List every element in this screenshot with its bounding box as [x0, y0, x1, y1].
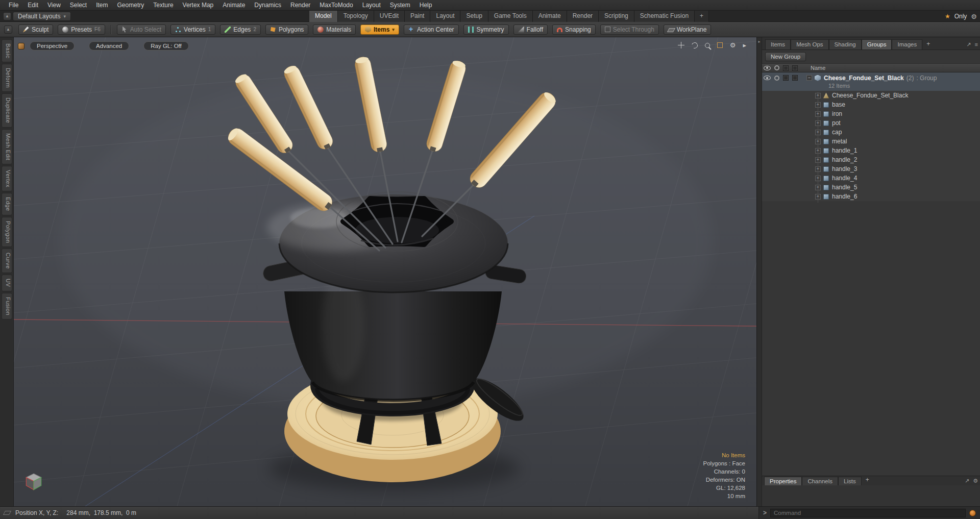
tab-topology[interactable]: Topology: [338, 11, 374, 22]
action-center-button[interactable]: Action Center: [404, 24, 459, 35]
tree-row-handle-1[interactable]: + handle_1: [762, 146, 980, 155]
tree-row-pot[interactable]: + pot: [762, 118, 980, 128]
tool-tab-basic[interactable]: Basic: [2, 39, 12, 62]
command-input[interactable]: [770, 509, 966, 517]
new-group-button[interactable]: New Group: [765, 52, 806, 61]
tab-paint[interactable]: Paint: [405, 11, 430, 22]
gear-icon[interactable]: ⚙: [971, 13, 977, 20]
checkbox-2[interactable]: [792, 75, 798, 81]
viewport-options-icon[interactable]: [18, 43, 24, 50]
tool-tab-fusion[interactable]: Fusion: [2, 293, 12, 319]
tab-model[interactable]: Model: [309, 11, 338, 22]
tab-render[interactable]: Render: [567, 11, 599, 22]
symmetry-button[interactable]: Symmetry: [463, 24, 509, 35]
tab-items[interactable]: Items: [765, 39, 791, 50]
sculpt-button[interactable]: Sculpt: [18, 24, 53, 35]
tool-tab-vertex[interactable]: Vertex: [2, 166, 12, 191]
panel-menu-icon[interactable]: ≡: [975, 41, 978, 48]
eye-icon[interactable]: [764, 76, 771, 80]
collapse-group-icon[interactable]: −: [806, 75, 812, 81]
menu-geometry[interactable]: Geometry: [113, 0, 149, 11]
auto-select-button[interactable]: Auto Select: [117, 24, 166, 35]
tool-tab-polygon[interactable]: Polygon: [2, 217, 12, 247]
collapse-panel-icon[interactable]: ▸: [758, 39, 760, 44]
menu-edit[interactable]: Edit: [23, 0, 43, 11]
tool-tab-edge[interactable]: Edge: [2, 193, 12, 215]
tool-tab-duplicate[interactable]: Duplicate: [2, 93, 12, 127]
menu-layout[interactable]: Layout: [358, 0, 385, 11]
add-properties-tab-button[interactable]: +: [862, 475, 873, 485]
tool-tab-curve[interactable]: Curve: [2, 249, 12, 273]
default-layouts-dropdown[interactable]: Default Layouts ▾: [13, 12, 71, 21]
menu-dynamics[interactable]: Dynamics: [250, 0, 286, 11]
add-panel-tab-button[interactable]: +: [922, 39, 934, 50]
polygons-mode-button[interactable]: Polygons: [265, 24, 308, 35]
menu-texture[interactable]: Texture: [149, 0, 178, 11]
tab-images[interactable]: Images: [892, 39, 922, 50]
tree-row-metal[interactable]: + metal: [762, 137, 980, 146]
star-icon[interactable]: ★: [945, 13, 950, 20]
snapping-button[interactable]: Snapping: [552, 24, 596, 35]
group-row[interactable]: − Cheese_Fondue_Set_Black (2) : Group 12…: [762, 72, 980, 91]
macro-record-icon[interactable]: [969, 510, 976, 516]
tab-lists[interactable]: Lists: [838, 477, 862, 485]
pan-icon[interactable]: [678, 42, 684, 48]
materials-mode-button[interactable]: Materials: [313, 24, 356, 35]
tree-row-base[interactable]: + base: [762, 100, 980, 109]
viewport-menu-arrow-icon[interactable]: ▸: [743, 42, 746, 48]
tab-mesh-ops[interactable]: Mesh Ops: [791, 39, 828, 50]
only-toggle[interactable]: Only: [954, 13, 967, 20]
tree-row-handle-5[interactable]: + handle_5: [762, 183, 980, 192]
orbit-icon[interactable]: [691, 41, 699, 50]
checkbox-1[interactable]: [783, 75, 789, 81]
workplane-button[interactable]: WorkPlane: [664, 24, 711, 35]
tree-row-cap[interactable]: + cap: [762, 128, 980, 137]
maximize-viewport-icon[interactable]: [717, 42, 723, 48]
properties-expand-icon[interactable]: ↗: [965, 478, 969, 484]
tree-row-handle-2[interactable]: + handle_2: [762, 155, 980, 164]
ray-gl-button[interactable]: Ray GL: Off: [143, 41, 189, 51]
tab-groups[interactable]: Groups: [862, 39, 892, 50]
toolbar-pin-icon[interactable]: ▲: [4, 26, 12, 34]
tree-row-handle-4[interactable]: + handle_4: [762, 174, 980, 183]
tree-row-handle-6[interactable]: + handle_6: [762, 192, 980, 201]
name-column-header[interactable]: Name: [811, 65, 825, 71]
tree-row-mesh-root[interactable]: + Cheese_Fondue_Set_Black: [762, 91, 980, 100]
viewport-settings-gear-icon[interactable]: ⚙: [730, 42, 736, 48]
tab-animate[interactable]: Animate: [533, 11, 567, 22]
tree-row-handle-3[interactable]: + handle_3: [762, 164, 980, 174]
tab-schematic-fusion[interactable]: Schematic Fusion: [634, 11, 695, 22]
tab-properties[interactable]: Properties: [764, 477, 802, 485]
menu-animate[interactable]: Animate: [218, 0, 250, 11]
tab-channels[interactable]: Channels: [802, 477, 838, 485]
viewport-canvas[interactable]: [14, 37, 756, 506]
tree-row-iron[interactable]: + iron: [762, 109, 980, 118]
presets-button[interactable]: Presets F6: [58, 24, 105, 35]
add-layout-tab-button[interactable]: +: [695, 11, 709, 22]
pin-layout-icon[interactable]: ▲: [3, 12, 11, 20]
viewport-3d[interactable]: Perspective Advanced Ray GL: Off ⚙ ▸ No …: [14, 37, 756, 506]
expand-panel-icon[interactable]: ↗: [966, 41, 971, 48]
menu-view[interactable]: View: [43, 0, 65, 11]
menu-vertex-map[interactable]: Vertex Map: [178, 0, 218, 11]
edges-mode-button[interactable]: Edges 2: [220, 24, 261, 35]
menu-file[interactable]: File: [4, 0, 23, 11]
perspective-button[interactable]: Perspective: [30, 41, 75, 51]
tool-tab-mesh-edit[interactable]: Mesh Edit: [2, 129, 12, 164]
tab-shading[interactable]: Shading: [829, 39, 862, 50]
menu-item[interactable]: Item: [91, 0, 112, 11]
menu-maxtomodo[interactable]: MaxToModo: [315, 0, 357, 11]
render-toggle-icon[interactable]: [774, 76, 779, 81]
menu-render[interactable]: Render: [286, 0, 315, 11]
tab-scripting[interactable]: Scripting: [599, 11, 634, 22]
menu-help[interactable]: Help: [415, 0, 437, 11]
vertices-mode-button[interactable]: Vertices 1: [170, 24, 215, 35]
tab-game-tools[interactable]: Game Tools: [488, 11, 533, 22]
menu-system[interactable]: System: [385, 0, 415, 11]
axis-gizmo[interactable]: [22, 471, 45, 494]
menu-select[interactable]: Select: [65, 0, 91, 11]
tab-layout[interactable]: Layout: [430, 11, 460, 22]
properties-gear-icon[interactable]: ⚙: [973, 478, 978, 484]
select-through-button[interactable]: Select Through: [600, 24, 659, 35]
tab-uvedit[interactable]: UVEdit: [374, 11, 405, 22]
